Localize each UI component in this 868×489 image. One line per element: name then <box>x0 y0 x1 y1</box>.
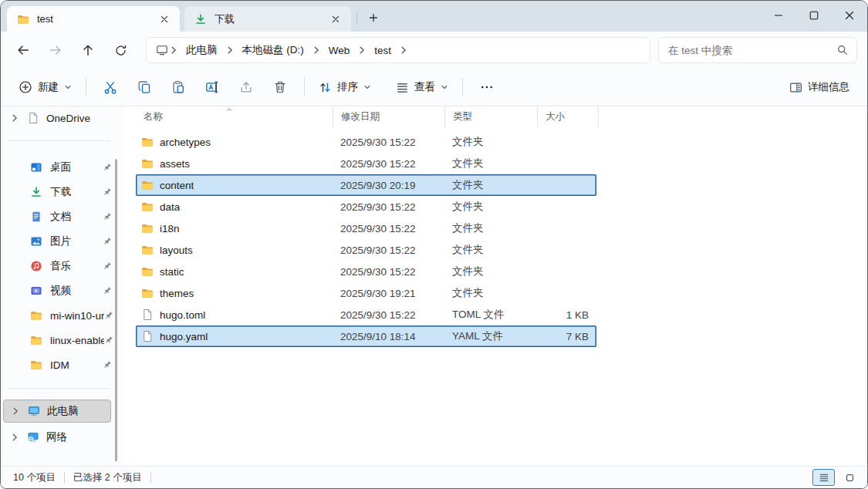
sidebar-item-label: IDM <box>50 359 100 371</box>
file-name: themes <box>160 288 194 299</box>
file-date: 2025/9/30 19:21 <box>333 282 444 304</box>
large-icons-view-icon <box>845 473 855 483</box>
up-button[interactable] <box>72 36 104 64</box>
new-tab-button[interactable] <box>363 7 384 29</box>
file-date: 2025/9/30 15:22 <box>333 239 444 261</box>
file-size <box>537 196 596 218</box>
file-explorer-window: test 下载 <box>0 0 868 489</box>
window-controls <box>761 1 867 30</box>
more-options-button[interactable] <box>470 73 504 101</box>
sidebar-item-label: linux-enable <box>50 335 104 346</box>
ellipsis-icon <box>480 80 494 94</box>
column-header-type[interactable]: 类型 <box>444 106 537 127</box>
view-button-label: 查看 <box>414 80 435 94</box>
delete-button[interactable] <box>263 73 297 101</box>
tab-close-button[interactable] <box>155 10 174 29</box>
file-list-pane: 名称 修改日期 类型 大小 archetypes 2025/9/30 15:22… <box>124 106 867 466</box>
search-input[interactable] <box>668 45 836 56</box>
column-header-date-modified[interactable]: 修改日期 <box>333 106 444 127</box>
column-header-label: 名称 <box>144 110 163 123</box>
chevron-down-icon <box>363 83 371 91</box>
pictures-icon <box>30 235 42 248</box>
pin-icon <box>103 286 112 295</box>
item-count: 10 个项目 <box>13 471 56 484</box>
sort-button[interactable]: 排序 <box>312 73 378 101</box>
folder-icon <box>141 136 154 148</box>
file-date: 2025/9/30 15:22 <box>333 196 444 218</box>
copy-button[interactable] <box>127 73 161 101</box>
sidebar-scrollbar[interactable] <box>115 159 117 461</box>
file-row-hugo-toml[interactable]: hugo.toml 2025/9/30 15:22 TOML 文件 1 KB <box>136 304 596 325</box>
column-header-size[interactable]: 大小 <box>537 106 599 127</box>
chevron-right-icon <box>312 46 321 55</box>
file-date: 2025/9/30 15:22 <box>333 261 444 282</box>
sidebar-item-label: 桌面 <box>50 160 100 174</box>
close-window-button[interactable] <box>832 1 867 30</box>
sidebar-item-this-pc[interactable]: 此电脑 <box>3 400 111 423</box>
file-row-themes[interactable]: themes 2025/9/30 19:21 文件夹 <box>136 282 596 304</box>
folder-icon <box>141 265 154 278</box>
file-date: 2025/9/30 20:19 <box>333 174 444 196</box>
file-row-i18n[interactable]: i18n 2025/9/30 15:22 文件夹 <box>136 218 596 239</box>
share-button[interactable] <box>229 73 263 101</box>
sidebar-item-pictures[interactable]: 图片 <box>1 229 124 254</box>
address-bar[interactable]: 此电脑 本地磁盘 (D:) Web test <box>146 37 650 63</box>
forward-button[interactable] <box>39 36 72 64</box>
rename-button[interactable] <box>195 73 229 101</box>
back-button[interactable] <box>7 36 39 64</box>
details-view-button[interactable] <box>812 469 835 486</box>
search-icon <box>836 44 849 56</box>
back-icon <box>16 43 30 57</box>
folder-icon <box>141 287 154 299</box>
file-size <box>537 174 596 196</box>
chevron-down-icon <box>64 83 72 91</box>
minimize-button[interactable] <box>761 1 796 30</box>
chevron-right-icon <box>225 46 235 55</box>
sidebar-item-linux-enable[interactable]: linux-enable <box>1 328 124 352</box>
file-row-content[interactable]: content 2025/9/30 20:19 文件夹 <box>136 174 596 196</box>
file-row-assets[interactable]: assets 2025/9/30 15:22 文件夹 <box>136 153 596 174</box>
tab-downloads[interactable]: 下载 <box>184 6 351 32</box>
desktop-icon <box>30 161 42 174</box>
details-pane-button[interactable]: 详细信息 <box>782 73 856 101</box>
file-row-data[interactable]: data 2025/9/30 15:22 文件夹 <box>136 196 596 218</box>
column-header-name[interactable]: 名称 <box>136 106 333 127</box>
breadcrumb-web[interactable]: Web <box>322 42 357 59</box>
sidebar-item-documents[interactable]: 文档 <box>1 204 124 229</box>
paste-button[interactable] <box>161 73 195 101</box>
large-icons-view-button[interactable] <box>839 469 861 486</box>
toolbar-divider <box>304 78 305 96</box>
sidebar-item-music[interactable]: 音乐 <box>1 254 124 278</box>
sidebar-item-mi-win10-ur[interactable]: mi-win10-ur <box>1 303 124 328</box>
sidebar-item-videos[interactable]: 视频 <box>1 278 124 303</box>
file-rows: archetypes 2025/9/30 15:22 文件夹 assets 20… <box>136 131 867 347</box>
chevron-right-icon <box>10 113 19 123</box>
sidebar-divider <box>8 388 110 389</box>
maximize-button[interactable] <box>796 1 832 30</box>
cut-button[interactable] <box>93 73 127 101</box>
breadcrumb-this-pc[interactable]: 此电脑 <box>179 41 225 59</box>
sort-ascending-icon <box>225 106 233 113</box>
breadcrumb-test[interactable]: test <box>367 42 398 59</box>
view-button[interactable]: 查看 <box>389 73 455 101</box>
tab-close-button[interactable] <box>326 10 345 29</box>
sidebar-item-idm[interactable]: IDM <box>1 352 124 377</box>
onedrive-icon <box>27 112 39 124</box>
sidebar-item-desktop[interactable]: 桌面 <box>1 155 124 180</box>
file-row-hugo-yaml[interactable]: hugo.yaml 2025/9/10 18:14 YAML 文件 7 KB <box>136 325 596 347</box>
tab-test[interactable]: test <box>7 6 180 32</box>
download-icon <box>30 186 42 198</box>
sidebar-item-label: 视频 <box>50 284 100 298</box>
chevron-right-icon <box>357 46 366 55</box>
file-row-archetypes[interactable]: archetypes 2025/9/30 15:22 文件夹 <box>136 131 596 153</box>
breadcrumb-local-disk-d[interactable]: 本地磁盘 (D:) <box>235 41 311 59</box>
file-row-layouts[interactable]: layouts 2025/9/30 15:22 文件夹 <box>136 239 596 261</box>
new-button[interactable]: 新建 <box>12 73 79 101</box>
sidebar-item-onedrive[interactable]: OneDrive <box>1 106 124 130</box>
refresh-button[interactable] <box>104 36 137 64</box>
view-toggles <box>812 469 861 486</box>
file-row-static[interactable]: static 2025/9/30 15:22 文件夹 <box>136 261 596 282</box>
details-pane-label: 详细信息 <box>808 80 849 94</box>
sidebar-item-network[interactable]: 网络 <box>1 426 124 449</box>
sidebar-item-downloads[interactable]: 下载 <box>1 180 124 204</box>
